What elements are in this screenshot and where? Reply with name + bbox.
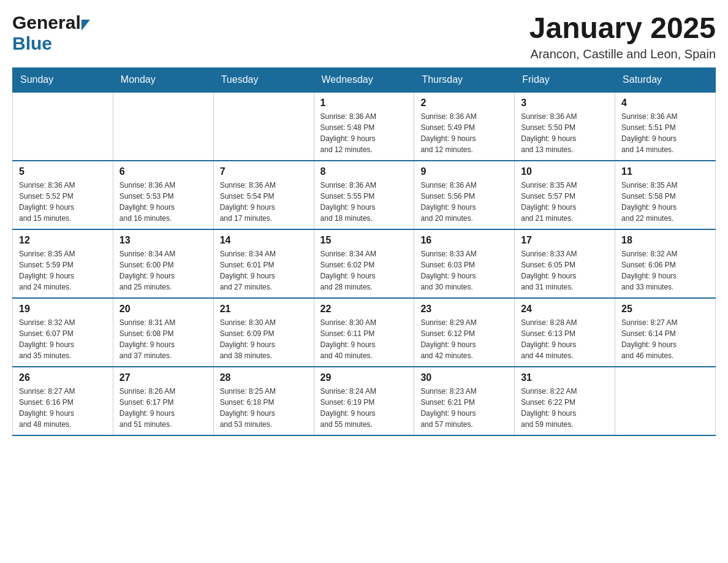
day-number: 21	[220, 304, 308, 315]
calendar-cell: 30Sunrise: 8:23 AM Sunset: 6:21 PM Dayli…	[414, 367, 515, 435]
calendar-cell: 4Sunrise: 8:36 AM Sunset: 5:51 PM Daylig…	[615, 92, 716, 161]
day-number: 12	[19, 235, 107, 246]
day-number: 16	[420, 235, 508, 246]
calendar-cell	[213, 92, 314, 161]
calendar-cell: 5Sunrise: 8:36 AM Sunset: 5:52 PM Daylig…	[13, 161, 113, 229]
day-number: 9	[420, 166, 508, 177]
logo: General Blue	[12, 12, 90, 54]
calendar-week-row: 1Sunrise: 8:36 AM Sunset: 5:48 PM Daylig…	[13, 92, 716, 161]
day-info: Sunrise: 8:36 AM Sunset: 5:51 PM Dayligh…	[621, 111, 709, 155]
calendar-cell: 8Sunrise: 8:36 AM Sunset: 5:55 PM Daylig…	[314, 161, 414, 229]
calendar-cell: 14Sunrise: 8:34 AM Sunset: 6:01 PM Dayli…	[213, 229, 314, 298]
day-info: Sunrise: 8:36 AM Sunset: 5:49 PM Dayligh…	[420, 111, 508, 155]
calendar-day-header: Wednesday	[314, 67, 414, 92]
day-info: Sunrise: 8:33 AM Sunset: 6:03 PM Dayligh…	[420, 248, 508, 293]
day-number: 5	[19, 166, 107, 177]
day-info: Sunrise: 8:27 AM Sunset: 6:16 PM Dayligh…	[19, 386, 107, 430]
calendar-cell: 12Sunrise: 8:35 AM Sunset: 5:59 PM Dayli…	[13, 229, 113, 298]
calendar-week-row: 5Sunrise: 8:36 AM Sunset: 5:52 PM Daylig…	[13, 161, 716, 229]
logo-triangle-icon	[82, 20, 90, 31]
day-number: 2	[420, 98, 508, 109]
day-info: Sunrise: 8:36 AM Sunset: 5:48 PM Dayligh…	[320, 111, 408, 155]
day-number: 31	[521, 372, 609, 383]
logo-blue-text: Blue	[12, 33, 52, 53]
calendar-cell: 27Sunrise: 8:26 AM Sunset: 6:17 PM Dayli…	[113, 367, 213, 435]
day-info: Sunrise: 8:36 AM Sunset: 5:55 PM Dayligh…	[320, 180, 408, 224]
calendar-table: SundayMondayTuesdayWednesdayThursdayFrid…	[12, 67, 716, 436]
calendar-week-row: 26Sunrise: 8:27 AM Sunset: 6:16 PM Dayli…	[13, 367, 716, 435]
calendar-cell: 2Sunrise: 8:36 AM Sunset: 5:49 PM Daylig…	[414, 92, 515, 161]
day-number: 13	[119, 235, 207, 246]
day-info: Sunrise: 8:35 AM Sunset: 5:59 PM Dayligh…	[19, 248, 107, 293]
calendar-cell: 25Sunrise: 8:27 AM Sunset: 6:14 PM Dayli…	[615, 298, 716, 367]
calendar-cell: 26Sunrise: 8:27 AM Sunset: 6:16 PM Dayli…	[13, 367, 113, 435]
calendar-cell	[113, 92, 213, 161]
calendar-header-row: SundayMondayTuesdayWednesdayThursdayFrid…	[13, 67, 716, 92]
day-info: Sunrise: 8:35 AM Sunset: 5:58 PM Dayligh…	[621, 180, 709, 224]
calendar-cell: 24Sunrise: 8:28 AM Sunset: 6:13 PM Dayli…	[515, 298, 615, 367]
day-info: Sunrise: 8:27 AM Sunset: 6:14 PM Dayligh…	[621, 317, 709, 361]
day-info: Sunrise: 8:23 AM Sunset: 6:21 PM Dayligh…	[420, 386, 508, 430]
day-info: Sunrise: 8:33 AM Sunset: 6:05 PM Dayligh…	[521, 248, 609, 293]
day-info: Sunrise: 8:31 AM Sunset: 6:08 PM Dayligh…	[119, 317, 207, 361]
calendar-day-header: Tuesday	[213, 67, 314, 92]
calendar-day-header: Thursday	[414, 67, 515, 92]
calendar-day-header: Saturday	[615, 67, 716, 92]
calendar-cell: 15Sunrise: 8:34 AM Sunset: 6:02 PM Dayli…	[314, 229, 414, 298]
day-number: 7	[220, 166, 308, 177]
day-info: Sunrise: 8:30 AM Sunset: 6:09 PM Dayligh…	[220, 317, 308, 361]
calendar-cell: 31Sunrise: 8:22 AM Sunset: 6:22 PM Dayli…	[515, 367, 615, 435]
day-number: 20	[119, 304, 207, 315]
calendar-cell: 23Sunrise: 8:29 AM Sunset: 6:12 PM Dayli…	[414, 298, 515, 367]
day-number: 18	[621, 235, 709, 246]
calendar-cell: 28Sunrise: 8:25 AM Sunset: 6:18 PM Dayli…	[213, 367, 314, 435]
day-number: 15	[320, 235, 408, 246]
day-number: 28	[220, 372, 308, 383]
page-header: General Blue January 2025 Arancon, Casti…	[12, 12, 716, 61]
location-subtitle: Arancon, Castille and Leon, Spain	[529, 47, 716, 61]
calendar-cell: 22Sunrise: 8:30 AM Sunset: 6:11 PM Dayli…	[314, 298, 414, 367]
day-number: 10	[521, 166, 609, 177]
logo-general-text: General	[12, 12, 81, 33]
day-number: 26	[19, 372, 107, 383]
day-number: 4	[621, 98, 709, 109]
day-number: 11	[621, 166, 709, 177]
day-info: Sunrise: 8:36 AM Sunset: 5:54 PM Dayligh…	[220, 180, 308, 224]
day-info: Sunrise: 8:32 AM Sunset: 6:06 PM Dayligh…	[621, 248, 709, 293]
day-number: 30	[420, 372, 508, 383]
calendar-cell: 19Sunrise: 8:32 AM Sunset: 6:07 PM Dayli…	[13, 298, 113, 367]
day-number: 3	[521, 98, 609, 109]
calendar-cell: 21Sunrise: 8:30 AM Sunset: 6:09 PM Dayli…	[213, 298, 314, 367]
day-info: Sunrise: 8:25 AM Sunset: 6:18 PM Dayligh…	[220, 386, 308, 430]
calendar-cell: 3Sunrise: 8:36 AM Sunset: 5:50 PM Daylig…	[515, 92, 615, 161]
calendar-cell: 18Sunrise: 8:32 AM Sunset: 6:06 PM Dayli…	[615, 229, 716, 298]
day-number: 1	[320, 98, 408, 109]
calendar-week-row: 12Sunrise: 8:35 AM Sunset: 5:59 PM Dayli…	[13, 229, 716, 298]
calendar-cell: 17Sunrise: 8:33 AM Sunset: 6:05 PM Dayli…	[515, 229, 615, 298]
calendar-day-header: Friday	[515, 67, 615, 92]
calendar-cell: 20Sunrise: 8:31 AM Sunset: 6:08 PM Dayli…	[113, 298, 213, 367]
day-info: Sunrise: 8:35 AM Sunset: 5:57 PM Dayligh…	[521, 180, 609, 224]
day-info: Sunrise: 8:36 AM Sunset: 5:56 PM Dayligh…	[420, 180, 508, 224]
day-info: Sunrise: 8:30 AM Sunset: 6:11 PM Dayligh…	[320, 317, 408, 361]
day-number: 25	[621, 304, 709, 315]
month-year-title: January 2025	[529, 12, 716, 45]
calendar-cell: 1Sunrise: 8:36 AM Sunset: 5:48 PM Daylig…	[314, 92, 414, 161]
day-info: Sunrise: 8:24 AM Sunset: 6:19 PM Dayligh…	[320, 386, 408, 430]
day-info: Sunrise: 8:34 AM Sunset: 6:02 PM Dayligh…	[320, 248, 408, 293]
calendar-cell: 29Sunrise: 8:24 AM Sunset: 6:19 PM Dayli…	[314, 367, 414, 435]
day-info: Sunrise: 8:36 AM Sunset: 5:52 PM Dayligh…	[19, 180, 107, 224]
calendar-cell	[13, 92, 113, 161]
calendar-week-row: 19Sunrise: 8:32 AM Sunset: 6:07 PM Dayli…	[13, 298, 716, 367]
day-number: 8	[320, 166, 408, 177]
day-number: 29	[320, 372, 408, 383]
day-number: 23	[420, 304, 508, 315]
calendar-cell: 16Sunrise: 8:33 AM Sunset: 6:03 PM Dayli…	[414, 229, 515, 298]
title-section: January 2025 Arancon, Castille and Leon,…	[529, 12, 716, 61]
day-number: 22	[320, 304, 408, 315]
day-info: Sunrise: 8:36 AM Sunset: 5:53 PM Dayligh…	[119, 180, 207, 224]
calendar-day-header: Sunday	[13, 67, 113, 92]
day-number: 14	[220, 235, 308, 246]
calendar-day-header: Monday	[113, 67, 213, 92]
calendar-cell: 6Sunrise: 8:36 AM Sunset: 5:53 PM Daylig…	[113, 161, 213, 229]
